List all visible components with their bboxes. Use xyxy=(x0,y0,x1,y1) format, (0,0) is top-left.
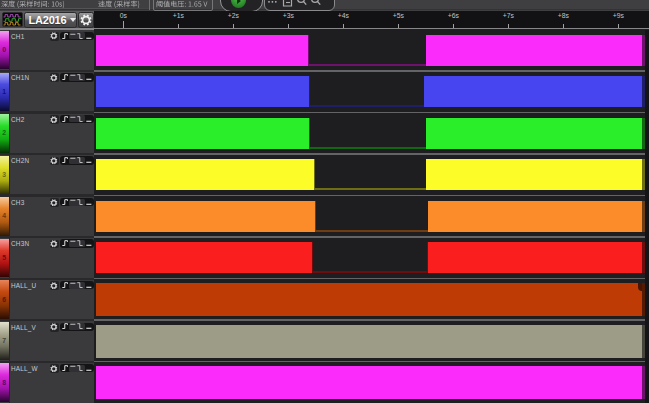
row-separator xyxy=(94,195,648,197)
row-separator xyxy=(94,319,648,321)
wave-high-segment xyxy=(96,283,642,316)
wave-high-segment xyxy=(96,76,310,107)
trigger-low-level-button[interactable] xyxy=(86,116,92,122)
timeline-label: +8s xyxy=(548,12,578,19)
trigger-rising-edge-button[interactable] xyxy=(62,74,68,80)
play-triangle-icon xyxy=(237,0,241,4)
gear-icon xyxy=(80,14,92,26)
trigger-falling-edge-button[interactable] xyxy=(77,116,83,122)
trigger-high-level-button[interactable] xyxy=(70,365,76,371)
trigger-falling-edge-button[interactable] xyxy=(77,240,83,246)
trigger-rising-edge-button[interactable] xyxy=(62,157,68,163)
trigger-high-level-button[interactable] xyxy=(70,240,76,246)
channel-index: 2 xyxy=(0,129,9,136)
panel-row-divider xyxy=(0,111,94,113)
channel-settings-button[interactable] xyxy=(50,364,59,373)
strip-divider xyxy=(9,113,11,153)
trigger-button-group xyxy=(60,323,94,331)
wave-high-segment xyxy=(426,118,642,149)
channel-settings-button[interactable] xyxy=(50,240,59,249)
strip-divider xyxy=(9,30,11,70)
trigger-rising-edge-button[interactable] xyxy=(62,240,68,246)
panel-row-divider xyxy=(0,278,94,280)
channel-name[interactable]: CH3 xyxy=(11,199,24,206)
channel-index: 0 xyxy=(0,46,9,53)
gear-icon xyxy=(50,199,58,207)
timeline-label: +4s xyxy=(328,12,358,19)
trigger-high-level-button[interactable] xyxy=(70,33,76,39)
channel-name[interactable]: CH3N xyxy=(11,240,29,247)
trigger-low-level-button[interactable] xyxy=(86,323,92,329)
channel-index: 1 xyxy=(0,88,9,95)
channel-settings-button[interactable] xyxy=(50,157,59,166)
trigger-high-level-button[interactable] xyxy=(70,74,76,80)
trigger-high-level-button[interactable] xyxy=(70,282,76,288)
more-dots-icon[interactable] xyxy=(268,1,270,3)
trigger-rising-edge-button[interactable] xyxy=(62,116,68,122)
channel-settings-button[interactable] xyxy=(50,198,59,207)
channel-index: 7 xyxy=(0,337,9,344)
channel-index: 3 xyxy=(0,171,9,178)
device-settings-button[interactable] xyxy=(78,12,94,29)
trigger-button-group xyxy=(60,73,94,81)
timeline-label: +5s xyxy=(383,12,413,19)
trigger-falling-edge-button[interactable] xyxy=(77,157,83,163)
channel-name[interactable]: HALL_W xyxy=(11,365,38,372)
timeline-label: +7s xyxy=(493,12,523,19)
trigger-low-level-button[interactable] xyxy=(86,282,92,288)
trigger-falling-edge-button[interactable] xyxy=(77,199,83,205)
zoom-out-icon[interactable] xyxy=(312,0,321,5)
strip-divider xyxy=(9,72,11,112)
sample-rate-label xyxy=(98,0,141,9)
trigger-low-level-button[interactable] xyxy=(86,240,92,246)
strip-divider xyxy=(9,321,11,361)
trigger-high-level-button[interactable] xyxy=(70,116,76,122)
trigger-low-level-button[interactable] xyxy=(86,157,92,163)
wave-high-segment xyxy=(424,76,642,107)
trigger-rising-edge-button[interactable] xyxy=(62,282,68,288)
sample-depth-label xyxy=(1,0,66,9)
trigger-low-level-button[interactable] xyxy=(86,365,92,371)
trigger-high-level-button[interactable] xyxy=(70,323,76,329)
row-separator xyxy=(94,153,648,155)
trigger-rising-edge-button[interactable] xyxy=(62,323,68,329)
wave-low-segment xyxy=(315,230,428,232)
wave-edge xyxy=(308,35,309,66)
trigger-high-level-button[interactable] xyxy=(70,199,76,205)
channel-name[interactable]: CH1N xyxy=(11,74,29,81)
timeline-label: +3s xyxy=(273,12,303,19)
strip-divider xyxy=(9,279,11,319)
channel-settings-button[interactable] xyxy=(50,73,59,82)
wave-high-segment xyxy=(96,159,315,190)
gear-icon xyxy=(50,74,58,82)
panel-row-divider xyxy=(0,194,94,196)
channel-name[interactable]: HALL_V xyxy=(11,324,36,331)
channel-name[interactable]: CH1 xyxy=(11,33,24,40)
trigger-low-level-button[interactable] xyxy=(86,33,92,39)
channel-name[interactable]: CH2 xyxy=(11,116,24,123)
waveform-area[interactable] xyxy=(94,29,649,403)
zoom-in-icon[interactable] xyxy=(298,0,307,5)
trigger-high-level-button[interactable] xyxy=(70,157,76,163)
trigger-falling-edge-button[interactable] xyxy=(77,323,83,329)
channel-settings-button[interactable] xyxy=(50,32,59,41)
trigger-low-level-button[interactable] xyxy=(86,74,92,80)
trigger-rising-edge-button[interactable] xyxy=(62,33,68,39)
channel-settings-button[interactable] xyxy=(50,115,59,124)
channel-settings-button[interactable] xyxy=(50,323,59,332)
trigger-falling-edge-button[interactable] xyxy=(77,33,83,39)
trigger-button-group xyxy=(60,115,94,123)
trigger-falling-edge-button[interactable] xyxy=(77,74,83,80)
trigger-rising-edge-button[interactable] xyxy=(62,199,68,205)
channel-name[interactable]: HALL_U xyxy=(11,282,36,289)
trigger-rising-edge-button[interactable] xyxy=(62,365,68,371)
trigger-low-level-button[interactable] xyxy=(86,199,92,205)
channel-name[interactable]: CH2N xyxy=(11,157,29,164)
toolbar-icons[interactable] xyxy=(266,0,336,10)
trigger-falling-edge-button[interactable] xyxy=(77,365,83,371)
wave-high-segment xyxy=(428,242,642,273)
channel-settings-button[interactable] xyxy=(50,281,59,290)
timeline-ruler[interactable]: 0s+1s+2s+3s+4s+5s+6s+7s+8s+9s xyxy=(94,11,649,30)
trigger-falling-edge-button[interactable] xyxy=(77,282,83,288)
export-file-icon[interactable] xyxy=(284,0,292,6)
